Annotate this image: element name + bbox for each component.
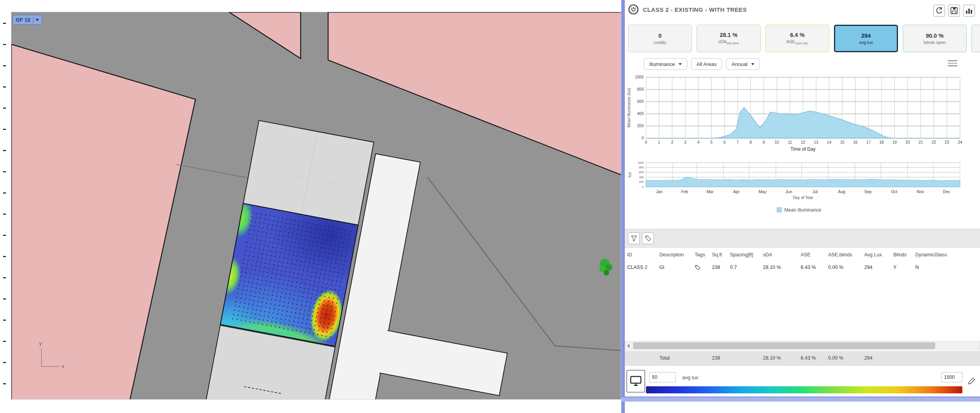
metric-card-credits[interactable]: 0 credits: [628, 25, 692, 52]
save-button[interactable]: [948, 5, 960, 16]
metric-value: 0: [658, 33, 661, 39]
metric-value: 28.1 %: [720, 32, 737, 38]
cell-spacing: 0.7: [728, 261, 761, 275]
edit-pencil-icon[interactable]: [967, 377, 976, 386]
svg-text:0: 0: [641, 136, 644, 140]
cell-dynamic-glass: N: [913, 261, 980, 275]
day-of-year-chart: 02004006008001000JanFebMarAprMayJunJulAu…: [626, 161, 968, 203]
metric-value: 294: [861, 33, 871, 39]
panel-header-buttons: [933, 5, 975, 16]
svg-text:11: 11: [788, 140, 792, 144]
cell-avg-lux: 294: [862, 261, 891, 275]
svg-text:9: 9: [763, 140, 765, 144]
col-blinds[interactable]: Blinds: [891, 249, 913, 261]
svg-text:Oct: Oct: [891, 189, 897, 194]
export-button[interactable]: [963, 5, 975, 16]
metric-type-select[interactable]: Illuminance: [644, 58, 687, 70]
metric-card-sda[interactable]: 28.1 % sDA300,50%: [697, 25, 761, 52]
svg-text:800: 800: [637, 87, 644, 91]
chart-menu-icon[interactable]: [948, 60, 957, 68]
tag-icon: [645, 235, 652, 242]
illuminance-heatmap[interactable]: [220, 203, 358, 347]
col-spacing[interactable]: Spacing[ft]: [728, 249, 761, 261]
cell-ase-blinds: 0.00 %: [826, 261, 862, 275]
areas-filter-button[interactable]: All Areas: [691, 58, 722, 70]
col-sda[interactable]: sDA: [761, 249, 798, 261]
svg-text:400: 400: [637, 111, 644, 116]
cell-blinds: Y: [891, 261, 913, 275]
floor-selector[interactable]: GF 12: [13, 15, 42, 25]
parcel-minor-line: [176, 164, 250, 178]
tree-marker-icon: [597, 256, 614, 278]
metric-cards: 0 credits 28.1 % sDA300,50% 6.4 % ASE100…: [628, 25, 980, 52]
metric-card-partial[interactable]: [971, 25, 980, 52]
axis-x-label: x: [62, 363, 64, 369]
horizontal-scrollbar[interactable]: [625, 341, 980, 350]
svg-text:2: 2: [671, 140, 673, 144]
panel-divider: [621, 0, 625, 413]
scroll-left-icon[interactable]: [627, 344, 630, 348]
svg-text:24: 24: [958, 140, 962, 144]
svg-text:15: 15: [840, 140, 845, 144]
cell-tags[interactable]: [692, 261, 710, 275]
areas-filter-value: All Areas: [697, 61, 717, 67]
chart-filters: Illuminance All Areas Annual: [644, 58, 760, 70]
cell-sqft: 238: [710, 261, 728, 275]
svg-text:1000: 1000: [635, 75, 644, 79]
svg-text:200: 200: [637, 124, 644, 128]
table-toolbar: [625, 229, 980, 248]
svg-text:3: 3: [684, 140, 686, 144]
chevron-down-icon: [36, 19, 39, 21]
metric-label: sDA300,50%: [718, 39, 739, 45]
col-ase-blinds[interactable]: ASE.blinds: [826, 249, 862, 261]
col-dynamic-glass[interactable]: DynamicGlass: [913, 249, 980, 261]
col-avg-lux[interactable]: Avg Lux: [862, 249, 891, 261]
metric-card-avg-lux-selected[interactable]: 294 avg lux: [834, 25, 898, 52]
sensor-grid-dots: [230, 210, 352, 339]
color-scale-gradient[interactable]: [646, 386, 962, 393]
svg-text:Mean Illuminance (lux): Mean Illuminance (lux): [627, 88, 631, 128]
scrollbar-thumb[interactable]: [633, 342, 935, 349]
svg-text:Dec: Dec: [943, 189, 951, 194]
svg-text:400: 400: [639, 176, 644, 179]
svg-text:19: 19: [892, 140, 897, 144]
refresh-button[interactable]: [933, 5, 945, 16]
col-tags[interactable]: Tags: [692, 249, 710, 261]
metric-label: avg lux: [859, 40, 873, 45]
col-description[interactable]: Description: [657, 249, 692, 261]
metric-label: credits: [653, 40, 666, 45]
col-id[interactable]: ID: [625, 249, 657, 261]
charts-container: 0123456789101112131415161718192021222324…: [626, 75, 980, 159]
svg-text:Jan: Jan: [656, 189, 663, 194]
cell-description: Gl: [657, 261, 692, 275]
metric-value: 6.4 %: [790, 32, 805, 38]
tag-button[interactable]: [642, 232, 654, 244]
chevron-down-icon: [751, 63, 754, 65]
total-avg-lux: 294: [862, 351, 891, 366]
svg-text:21: 21: [918, 140, 923, 144]
period-select[interactable]: Annual: [726, 58, 759, 70]
legend-label: Mean Illuminance: [784, 207, 821, 213]
cell-sda: 28.10 %: [761, 261, 798, 275]
cell-id: CLASS 2: [625, 261, 657, 275]
axis-indicator: y x: [36, 342, 67, 373]
filter-button[interactable]: [628, 232, 640, 244]
total-sqft: 238: [710, 351, 728, 366]
floor-selector-label: GF 12: [16, 17, 31, 23]
metric-card-ase[interactable]: 6.4 % ASE1000,250: [765, 25, 829, 52]
col-sqft[interactable]: Sq.ft: [710, 249, 728, 261]
svg-text:May: May: [759, 189, 767, 194]
svg-text:lux: lux: [628, 172, 632, 177]
col-ase[interactable]: ASE: [798, 249, 826, 261]
svg-text:600: 600: [637, 99, 644, 104]
scale-max-input[interactable]: [941, 372, 962, 382]
scale-min-input[interactable]: [649, 372, 676, 382]
svg-text:14: 14: [827, 140, 832, 144]
site-plan-canvas[interactable]: y x GF 12: [11, 12, 621, 400]
svg-text:1000: 1000: [637, 161, 644, 164]
table-row[interactable]: CLASS 2 Gl 238 0.7 28.10 % 6.43 % 0.00 %…: [625, 261, 980, 275]
chevron-down-icon: [679, 63, 682, 65]
funnel-icon: [631, 235, 637, 242]
metric-card-blinds-open[interactable]: 90.0 % blinds open: [903, 25, 967, 52]
display-mode-button[interactable]: [626, 370, 645, 393]
